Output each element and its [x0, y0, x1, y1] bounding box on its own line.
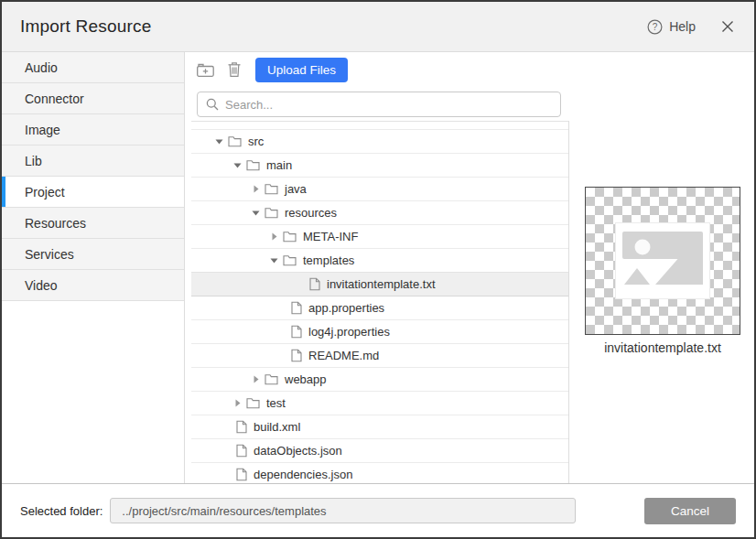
folder-icon	[228, 135, 242, 147]
sidebar-item-label: Video	[25, 278, 58, 293]
tree-item-label: main	[266, 158, 292, 172]
sidebar-item-lib[interactable]: Lib	[2, 146, 184, 177]
sidebar-item-audio[interactable]: Audio	[2, 52, 184, 83]
tree-row[interactable]: app.properties	[191, 296, 568, 320]
tree-row[interactable]: main	[191, 154, 568, 178]
dialog-body: AudioConnectorImageLibProjectResourcesSe…	[2, 52, 754, 483]
tree-row[interactable]: resources	[191, 201, 568, 225]
sidebar: AudioConnectorImageLibProjectResourcesSe…	[2, 52, 185, 483]
tree-row[interactable]: webapp	[191, 368, 568, 392]
sidebar-item-label: Audio	[25, 60, 58, 75]
upload-files-button[interactable]: Upload Files	[255, 58, 348, 82]
close-button[interactable]	[719, 18, 736, 35]
tree-row[interactable]: templates	[191, 249, 568, 273]
tree-item-label: README.md	[308, 349, 379, 362]
file-icon	[291, 325, 302, 339]
folder-icon	[246, 397, 260, 409]
tree-row[interactable]: test	[191, 392, 568, 415]
dialog-header: Import Resource ? Help	[2, 2, 754, 52]
file-icon	[291, 301, 302, 315]
chevron-right-icon[interactable]	[251, 375, 260, 383]
trash-icon	[227, 61, 242, 78]
file-tree: srcmainjavaresourcesMETA-INFtemplatesinv…	[191, 121, 569, 483]
sidebar-item-connector[interactable]: Connector	[2, 83, 184, 114]
image-placeholder-card	[615, 222, 710, 299]
tree-row[interactable]: dataObjects.json	[191, 439, 568, 463]
sidebar-item-label: Connector	[25, 92, 84, 106]
image-placeholder-icon	[622, 232, 703, 290]
sidebar-item-label: Resources	[25, 216, 86, 231]
folder-icon	[265, 183, 278, 195]
tree-item-label: dependencies.json	[254, 468, 352, 481]
folder-icon	[246, 159, 260, 171]
sidebar-item-label: Project	[25, 185, 65, 199]
tree-item-label: build.xml	[254, 420, 300, 434]
delete-button[interactable]	[227, 61, 242, 78]
selected-folder-input[interactable]	[110, 498, 576, 523]
tree-item-label: test	[266, 396, 286, 410]
sidebar-item-label: Image	[25, 123, 60, 137]
tree-item-label: templates	[303, 253, 354, 267]
file-icon	[236, 420, 247, 434]
toolbar: Upload Files	[191, 56, 569, 83]
search-input[interactable]	[225, 98, 552, 112]
preview-caption: invitationtemplate.txt	[585, 340, 740, 355]
chevron-down-icon[interactable]	[232, 161, 242, 169]
sidebar-item-label: Services	[25, 247, 74, 262]
new-folder-icon	[196, 62, 215, 78]
folder-icon	[283, 231, 297, 243]
tree-row[interactable]: invitationtemplate.txt	[191, 273, 568, 296]
file-icon	[291, 349, 302, 362]
tree-row-clipped	[191, 122, 568, 130]
tree-item-label: resources	[285, 206, 337, 220]
chevron-down-icon[interactable]	[269, 256, 278, 264]
file-icon	[236, 444, 247, 458]
preview-image	[585, 187, 740, 335]
chevron-right-icon[interactable]	[232, 399, 242, 407]
sidebar-item-image[interactable]: Image	[2, 114, 184, 146]
tree-item-label: src	[248, 135, 264, 148]
tree-row[interactable]: src	[191, 130, 568, 154]
file-icon	[236, 468, 247, 481]
tree-item-label: java	[285, 182, 307, 196]
chevron-right-icon[interactable]	[251, 185, 260, 193]
chevron-right-icon[interactable]	[269, 232, 278, 241]
sidebar-item-project[interactable]: Project	[2, 177, 184, 208]
file-icon	[309, 277, 320, 291]
chevron-down-icon[interactable]	[214, 137, 223, 146]
svg-text:?: ?	[653, 22, 658, 32]
tree-row[interactable]: README.md	[191, 344, 568, 368]
tree-item-label: log4j.properties	[308, 325, 390, 339]
folder-icon	[265, 207, 278, 219]
sidebar-item-label: Lib	[25, 154, 42, 168]
search-box	[197, 92, 561, 117]
preview-panel: invitationtemplate.txt	[569, 52, 754, 483]
tree-row[interactable]: java	[191, 178, 568, 201]
new-folder-button[interactable]	[196, 62, 215, 78]
tree-item-label: META-INF	[303, 230, 358, 243]
import-resource-dialog: Import Resource ? Help Au	[0, 0, 756, 539]
sidebar-item-services[interactable]: Services	[2, 239, 184, 270]
help-icon: ?	[647, 19, 663, 35]
cancel-button[interactable]: Cancel	[644, 498, 736, 524]
tree-row[interactable]: dependencies.json	[191, 463, 568, 483]
chevron-down-icon[interactable]	[251, 209, 260, 217]
main-panel: Upload Files srcmainjavaresourcesMETA-IN…	[185, 52, 569, 483]
tree-row[interactable]: META-INF	[191, 225, 568, 249]
folder-icon	[265, 373, 278, 385]
tree-item-label: invitationtemplate.txt	[327, 277, 436, 291]
tree-item-label: dataObjects.json	[254, 444, 342, 458]
dialog-title: Import Resource	[20, 16, 151, 37]
close-icon	[721, 20, 734, 33]
folder-icon	[283, 254, 297, 266]
sidebar-item-resources[interactable]: Resources	[2, 208, 184, 239]
dialog-footer: Selected folder: Cancel	[2, 483, 754, 537]
selected-folder-label: Selected folder:	[20, 504, 103, 518]
help-button[interactable]: ? Help	[647, 19, 696, 35]
sidebar-item-video[interactable]: Video	[2, 270, 184, 301]
tree-row[interactable]: build.xml	[191, 415, 568, 439]
search-icon	[206, 98, 219, 111]
tree-row[interactable]: log4j.properties	[191, 320, 568, 344]
tree-item-label: app.properties	[308, 301, 384, 315]
help-label: Help	[669, 19, 696, 34]
